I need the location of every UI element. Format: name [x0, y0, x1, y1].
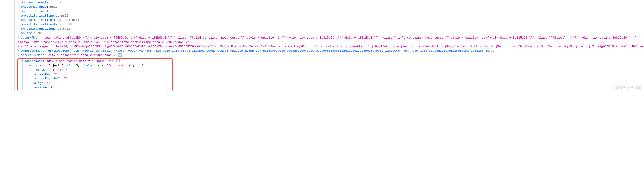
obj-label: Object	[48, 64, 60, 67]
prop-key: assignedSlot	[34, 86, 56, 89]
prop-val: null	[50, 5, 58, 9]
prop-row[interactable]: onwaiting: null	[12, 9, 644, 14]
prop-key: parentElement	[20, 54, 44, 57]
expand-icon[interactable]: ▶	[18, 54, 20, 57]
elem-class: "arr1"	[66, 59, 77, 63]
prop-key: ontransitionstart	[21, 1, 52, 4]
prop-val: ""	[63, 77, 67, 80]
prop-class: HTMLDocument	[48, 49, 70, 52]
prop-val: null	[38, 32, 45, 35]
prop-row[interactable]: onvolumechange: null	[12, 5, 644, 9]
prop-val: null	[63, 27, 70, 30]
prop-row[interactable]: onwebkitanimationend: null	[12, 14, 644, 18]
prop-row[interactable]: onwebkittransitionend: null	[12, 27, 644, 31]
expand-icon[interactable]: ▶	[30, 64, 32, 68]
prop-row-outerhtml[interactable]: ▶outerHTML: "<span data-v-a83bd3b0=\"\">…	[12, 36, 644, 49]
prop-row-parentelement[interactable]: ▶parentElement: <div class="arr1" data-v…	[12, 53, 644, 58]
collapse-icon[interactable]: ▼	[22, 60, 24, 63]
prop-row[interactable]: ontransitionstart: null	[12, 0, 644, 5]
prop-row[interactable]: accessKey: ""	[22, 72, 172, 77]
prop-row[interactable]: align: ""	[22, 81, 172, 86]
prop-key: onwebkitanimationiteration	[21, 18, 68, 22]
elem-prefix: <div class=	[48, 54, 68, 57]
prop-row-parentnode[interactable]: ▼parentNode: <div class="arr1" data-v-a8…	[22, 59, 172, 64]
prop-key: onwaiting	[21, 10, 38, 13]
expand-icon[interactable]: ▶	[18, 36, 20, 40]
prop-row[interactable]: onwebkitanimationstart: null	[12, 22, 644, 27]
prop-val: "arr1"	[56, 68, 67, 72]
prop-val: null	[72, 18, 79, 22]
prop-row[interactable]: onwheel: null	[12, 31, 644, 36]
prop-val: null	[61, 14, 68, 18]
prop-row[interactable]: _prevClass: "arr1"	[22, 68, 172, 72]
prop-val: "<span data-v-a83bd3b0=\"\"><div data-v-…	[18, 36, 644, 48]
document-url: http://localhost:8081/#/?token=00cd779a-…	[72, 49, 494, 52]
element-picker-icon[interactable]	[116, 59, 120, 62]
elem-attr: data-v-a83bd3b0="">	[79, 54, 116, 57]
highlight-box: ▼parentNode: <div class="arr1" data-v-a8…	[17, 58, 173, 92]
prop-key: align	[34, 81, 43, 85]
watermark: CSDN @甘道夫_9527	[614, 86, 642, 90]
expand-icon[interactable]: ▶	[18, 49, 20, 53]
prop-row-ownerdocument[interactable]: ▶ownerDocument: HTMLDocument http://loca…	[12, 49, 644, 53]
prop-key: onvolumechange	[21, 5, 46, 9]
prop-val: null	[60, 86, 67, 89]
prop-row[interactable]: onwebkitanimationiteration: null	[12, 18, 644, 22]
prop-key: onwebkitanimationstart	[21, 23, 61, 26]
elem-class: "arr1"	[68, 54, 79, 57]
prop-key: ownerDocument	[20, 49, 44, 52]
prop-val: null	[65, 23, 72, 26]
prop-key: onwebkitanimationend	[21, 14, 58, 18]
prop-key: accessKey	[34, 73, 50, 76]
prop-key: onwebkittransitionend	[21, 27, 59, 30]
prop-key: parentNode	[24, 59, 42, 63]
prop-val: null	[41, 10, 48, 13]
prop-row[interactable]: accessKeyLabel: ""	[22, 77, 172, 81]
prop-key: _prevClass	[34, 68, 52, 72]
prop-val: ""	[47, 81, 51, 85]
element-picker-icon[interactable]	[118, 53, 122, 56]
prop-key: __vue__	[32, 64, 45, 67]
prop-key: accessKeyLabel	[34, 77, 60, 80]
prop-val: null	[56, 1, 63, 4]
prop-key: outerHTML	[20, 36, 37, 40]
prop-val: ""	[54, 73, 58, 76]
prop-key: onwheel	[21, 32, 34, 35]
prop-row-vue[interactable]: ▶__vue__: Object { _uid: 5, _isVue: true…	[22, 64, 172, 68]
prop-row[interactable]: assignedSlot: null	[22, 86, 172, 90]
elem-prefix: <div class=	[46, 59, 66, 63]
elem-attr: data-v-a83bd3b0="">	[77, 59, 114, 63]
